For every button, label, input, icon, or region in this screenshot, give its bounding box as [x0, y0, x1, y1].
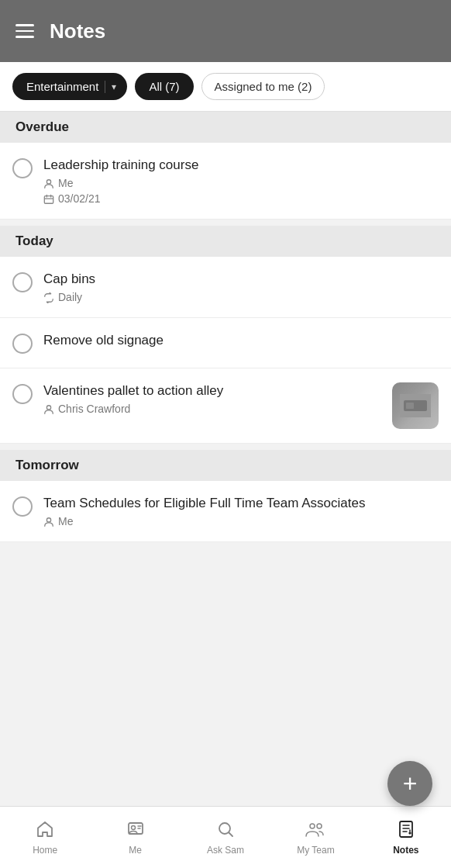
note-title: Remove old signage	[43, 332, 439, 349]
notes-icon	[397, 820, 415, 842]
list-item[interactable]: Cap bins Daily	[0, 257, 451, 318]
note-meta-assignee: Me	[43, 515, 439, 527]
list-item[interactable]: Valentines pallet to action alley Chris …	[0, 368, 451, 444]
person-icon	[43, 403, 54, 415]
search-icon	[216, 820, 235, 842]
bottom-navigation: Home Me Ask Sam	[0, 806, 451, 868]
svg-point-0	[46, 180, 50, 184]
add-note-button[interactable]: +	[387, 761, 432, 806]
filter-bar: Entertainment ▾ All (7) Assigned to me (…	[0, 62, 451, 112]
sidebar-item-home[interactable]: Home	[0, 807, 90, 868]
nav-label-notes: Notes	[393, 845, 418, 856]
category-filter-label: Entertainment	[26, 80, 98, 93]
assigned-filter-button[interactable]: Assigned to me (2)	[201, 73, 325, 100]
note-meta-assignee: Chris Crawford	[43, 403, 381, 415]
person-icon	[43, 515, 54, 527]
sidebar-item-ask-sam[interactable]: Ask Sam	[181, 807, 270, 868]
list-item[interactable]: Team Schedules for Eligible Full Time Te…	[0, 481, 451, 542]
note-thumbnail	[392, 382, 439, 429]
note-assignee: Me	[58, 515, 73, 527]
calendar-icon	[43, 192, 54, 204]
note-checkbox[interactable]	[12, 334, 33, 354]
section-header-tomorrow: Tomorrow	[0, 450, 451, 481]
svg-point-2	[46, 406, 50, 410]
svg-point-10	[310, 824, 315, 828]
section-gap	[0, 444, 451, 450]
chevron-down-icon: ▾	[112, 81, 116, 92]
team-icon	[305, 820, 325, 842]
category-filter-button[interactable]: Entertainment ▾	[12, 73, 127, 100]
menu-button[interactable]	[15, 24, 34, 38]
sidebar-item-notes[interactable]: Notes	[361, 807, 451, 868]
note-meta-date: 03/02/21	[43, 192, 439, 204]
section-header-overdue: Overdue	[0, 112, 451, 143]
spacer	[0, 542, 451, 604]
note-title: Valentines pallet to action alley	[43, 382, 381, 399]
app-wrapper: Notes Entertainment ▾ All (7) Assigned t…	[0, 0, 451, 868]
note-checkbox[interactable]	[12, 272, 33, 292]
section-gap	[0, 220, 451, 226]
note-date: 03/02/21	[58, 192, 101, 205]
note-body: Cap bins Daily	[43, 271, 439, 303]
note-thumb-image	[392, 382, 439, 429]
note-body: Valentines pallet to action alley Chris …	[43, 382, 381, 415]
nav-label-me: Me	[129, 845, 142, 856]
note-title: Leadership training course	[43, 157, 439, 174]
note-checkbox[interactable]	[12, 384, 33, 404]
person-icon	[43, 177, 54, 189]
svg-point-8	[131, 825, 135, 829]
note-body: Leadership training course Me	[43, 157, 439, 205]
plus-icon: +	[403, 771, 418, 796]
sidebar-item-me[interactable]: Me	[90, 807, 180, 868]
content-area: Overdue Leadership training course Me	[0, 112, 451, 806]
svg-rect-5	[406, 403, 414, 409]
list-item[interactable]: Remove old signage	[0, 318, 451, 368]
nav-label-home: Home	[33, 845, 57, 856]
nav-label-my-team: My Team	[297, 845, 334, 856]
nav-label-ask-sam: Ask Sam	[207, 845, 244, 856]
section-header-today: Today	[0, 226, 451, 257]
note-repeat: Daily	[58, 291, 82, 303]
header: Notes	[0, 0, 451, 62]
note-assignee: Me	[58, 177, 73, 189]
note-checkbox[interactable]	[12, 496, 33, 517]
note-title: Cap bins	[43, 271, 439, 288]
svg-point-11	[317, 824, 322, 828]
note-body: Remove old signage	[43, 332, 439, 352]
note-title: Team Schedules for Eligible Full Time Te…	[43, 495, 439, 512]
svg-rect-1	[44, 195, 53, 203]
assigned-filter-label: Assigned to me (2)	[215, 80, 312, 93]
repeat-icon	[43, 291, 54, 303]
svg-point-6	[46, 518, 50, 522]
sidebar-item-my-team[interactable]: My Team	[270, 807, 360, 868]
home-icon	[36, 820, 54, 842]
filter-divider	[105, 81, 105, 93]
note-checkbox[interactable]	[12, 158, 33, 178]
note-meta-repeat: Daily	[43, 291, 439, 303]
all-filter-label: All (7)	[149, 80, 179, 93]
note-body: Team Schedules for Eligible Full Time Te…	[43, 495, 439, 527]
note-assignee: Chris Crawford	[58, 403, 130, 415]
me-icon	[126, 820, 145, 842]
note-meta-assignee: Me	[43, 177, 439, 189]
svg-rect-12	[400, 821, 412, 837]
page-title: Notes	[50, 19, 105, 43]
all-filter-button[interactable]: All (7)	[135, 73, 193, 100]
list-item[interactable]: Leadership training course Me	[0, 143, 451, 220]
